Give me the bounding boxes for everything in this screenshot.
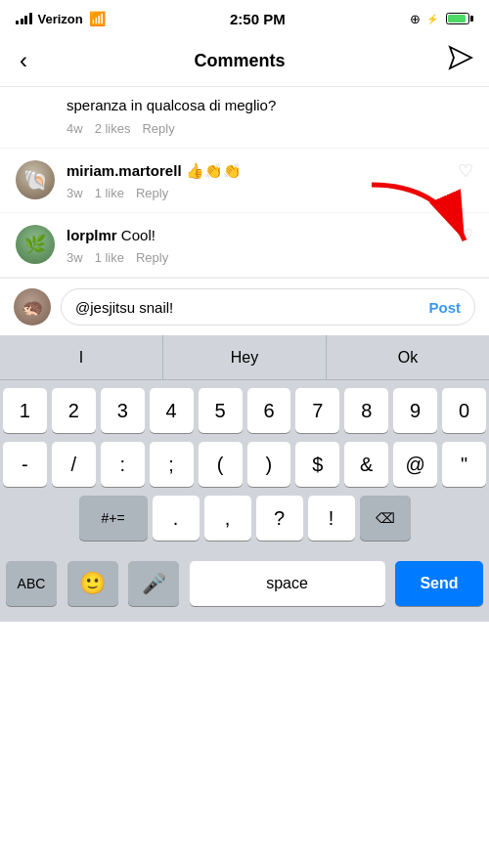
comment-text: lorplmr Cool! — [67, 225, 438, 245]
keyboard: 1 2 3 4 5 6 7 8 9 0 - / : ; ( ) $ & @ " … — [0, 380, 489, 553]
user-avatar: 🦔 — [14, 288, 51, 326]
comment-reply[interactable]: Reply — [136, 186, 168, 200]
key-4[interactable]: 4 — [150, 388, 194, 433]
send-key[interactable]: Send — [395, 561, 483, 606]
key-quote[interactable]: " — [442, 442, 486, 487]
comment-username[interactable]: lorplmr — [67, 227, 117, 243]
heart-icon[interactable]: ♡ — [450, 225, 473, 246]
comment-reply[interactable]: Reply — [136, 250, 168, 265]
comment-content: lorplmr Cool! 3w 1 like Reply — [67, 225, 438, 265]
charge-icon: ⚡ — [426, 14, 438, 24]
back-button[interactable]: ‹ — [16, 43, 31, 78]
key-rparen[interactable]: ) — [247, 442, 291, 487]
svg-marker-0 — [450, 47, 471, 68]
key-8[interactable]: 8 — [344, 388, 388, 433]
key-9[interactable]: 9 — [393, 388, 437, 433]
keyboard-bottom-row: ABC 🙂 🎤 space Send — [0, 553, 489, 622]
partial-comment-block: speranza in qualcosa di meglio? 4w 2 lik… — [0, 87, 489, 149]
partial-comment-reply[interactable]: Reply — [142, 121, 174, 136]
comment-input-row: 🦔 @jesjitsu snail! Post — [0, 278, 489, 335]
key-2[interactable]: 2 — [52, 388, 96, 433]
post-button[interactable]: Post — [428, 299, 461, 316]
key-comma[interactable]: , — [204, 496, 251, 541]
predictive-bar: I Hey Ok — [0, 335, 489, 380]
page-title: Comments — [194, 51, 285, 71]
key-slash[interactable]: / — [52, 442, 96, 487]
key-6[interactable]: 6 — [247, 388, 291, 433]
key-emoji[interactable]: 🙂 — [67, 561, 118, 606]
predictive-item-ok[interactable]: Ok — [327, 335, 489, 379]
status-left: Verizon 📶 — [16, 11, 106, 26]
key-dollar[interactable]: $ — [295, 442, 339, 487]
key-question[interactable]: ? — [256, 496, 303, 541]
key-colon[interactable]: : — [101, 442, 145, 487]
key-ampersand[interactable]: & — [344, 442, 388, 487]
comment-time: 3w — [67, 250, 83, 265]
comment-text: miriam.martorell 👍👏👏 — [67, 160, 438, 181]
key-hashplus[interactable]: #+= — [79, 496, 148, 541]
key-0[interactable]: 0 — [442, 388, 486, 433]
key-5[interactable]: 5 — [199, 388, 243, 433]
partial-comment-meta: 4w 2 likes Reply — [67, 121, 473, 136]
location-icon: ⊕ — [410, 12, 421, 26]
status-bar: Verizon 📶 2:50 PM ⊕ ⚡ — [0, 0, 489, 35]
heart-icon[interactable]: ♡ — [450, 160, 473, 182]
avatar: 🐚 — [16, 160, 55, 199]
comment-row: 🐚 miriam.martorell 👍👏👏 3w 1 like Reply ♡ — [0, 149, 489, 213]
key-period[interactable]: . — [153, 496, 200, 541]
carrier-label: Verizon — [38, 12, 83, 26]
status-right: ⊕ ⚡ — [410, 12, 473, 26]
key-at[interactable]: @ — [393, 442, 437, 487]
keyboard-row-punctuation: #+= . , ? ! ⌫ — [3, 496, 486, 541]
comment-likes: 1 like — [95, 250, 124, 265]
comment-row: 🌿 lorplmr Cool! 3w 1 like Reply ♡ — [0, 213, 489, 278]
partial-comment-time: 4w — [67, 121, 83, 136]
wifi-icon: 📶 — [89, 11, 106, 26]
avatar: 🌿 — [16, 225, 55, 264]
keyboard-row-symbols: - / : ; ( ) $ & @ " — [3, 442, 486, 487]
comment-likes: 1 like — [95, 186, 124, 200]
comment-input[interactable]: @jesjitsu snail! — [75, 299, 421, 316]
key-lparen[interactable]: ( — [199, 442, 243, 487]
comment-meta: 3w 1 like Reply — [67, 250, 438, 265]
key-1[interactable]: 1 — [3, 388, 47, 433]
signal-icon — [16, 13, 32, 24]
comment-content: miriam.martorell 👍👏👏 3w 1 like Reply — [67, 160, 438, 200]
key-semicolon[interactable]: ; — [150, 442, 194, 487]
comment-time: 3w — [67, 186, 83, 200]
partial-comment-text: speranza in qualcosa di meglio? — [67, 95, 473, 115]
comment-input-box[interactable]: @jesjitsu snail! Post — [61, 288, 475, 326]
key-mic[interactable]: 🎤 — [128, 561, 179, 606]
direct-send-icon[interactable] — [448, 45, 473, 76]
comment-meta: 3w 1 like Reply — [67, 186, 438, 200]
nav-bar: ‹ Comments — [0, 35, 489, 87]
comment-body: Cool! — [121, 227, 156, 243]
key-abc[interactable]: ABC — [6, 561, 57, 606]
key-7[interactable]: 7 — [295, 388, 339, 433]
key-space[interactable]: space — [190, 561, 385, 606]
key-exclaim[interactable]: ! — [308, 496, 355, 541]
key-3[interactable]: 3 — [101, 388, 145, 433]
predictive-item-hey[interactable]: Hey — [163, 335, 327, 379]
predictive-item-i[interactable]: I — [0, 335, 163, 379]
status-time: 2:50 PM — [230, 11, 286, 27]
keyboard-row-numbers: 1 2 3 4 5 6 7 8 9 0 — [3, 388, 486, 433]
backspace-key[interactable]: ⌫ — [360, 496, 411, 541]
key-minus[interactable]: - — [3, 442, 47, 487]
comment-username[interactable]: miriam.martorell — [67, 162, 182, 179]
battery-indicator — [446, 13, 473, 24]
partial-comment-likes: 2 likes — [95, 121, 131, 136]
comment-body: 👍👏👏 — [186, 162, 242, 179]
